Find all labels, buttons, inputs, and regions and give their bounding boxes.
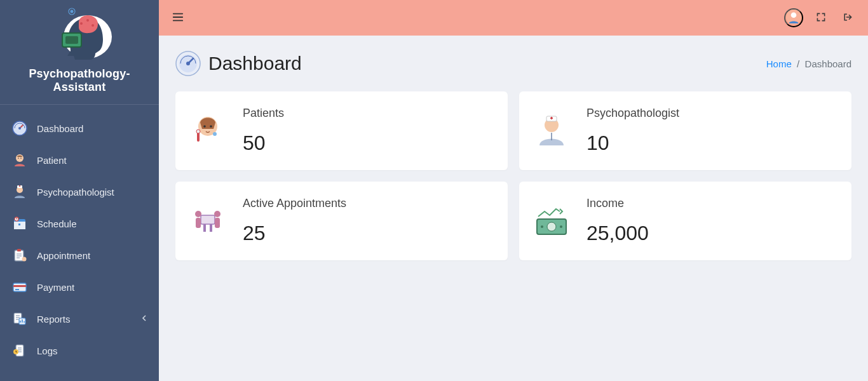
card-body: Psychopathologist 10 bbox=[587, 107, 836, 155]
breadcrumb-separator: / bbox=[794, 58, 805, 69]
calendar-icon bbox=[11, 215, 28, 232]
svg-rect-42 bbox=[201, 215, 215, 224]
svg-rect-48 bbox=[210, 224, 212, 232]
income-card-icon bbox=[534, 204, 569, 238]
card-income: Income 25,000 bbox=[519, 182, 851, 260]
card-title: Patients bbox=[243, 107, 492, 120]
user-avatar-icon bbox=[785, 9, 802, 27]
content: Dashboard Home / Dashboard bbox=[159, 36, 868, 276]
chevron-left-icon bbox=[141, 314, 147, 323]
card-body: Active Appointments 25 bbox=[243, 197, 492, 245]
svg-point-11 bbox=[18, 157, 19, 159]
page-title: Dashboard bbox=[208, 53, 302, 74]
svg-point-7 bbox=[71, 10, 74, 13]
card-body: Income 25,000 bbox=[587, 197, 836, 245]
fullscreen-button[interactable] bbox=[812, 9, 830, 27]
sidebar-item-label: Patient bbox=[37, 155, 147, 166]
sidebar-item-appointment[interactable]: Appointment bbox=[0, 239, 159, 271]
sidebar-item-reports[interactable]: Reports bbox=[0, 303, 159, 335]
card-value: 10 bbox=[587, 131, 836, 155]
svg-point-50 bbox=[547, 222, 556, 231]
svg-point-35 bbox=[203, 125, 206, 128]
app-logo-icon bbox=[38, 6, 121, 64]
card-patients: Patients 50 bbox=[175, 91, 508, 170]
svg-point-9 bbox=[18, 127, 21, 130]
sidebar-item-logs[interactable]: Logs bbox=[0, 335, 159, 366]
sidebar-item-label: Logs bbox=[37, 345, 147, 356]
breadcrumb-current: Dashboard bbox=[805, 58, 851, 69]
svg-point-33 bbox=[186, 62, 190, 65]
app-title: Psychopathology-Assistant bbox=[5, 67, 154, 94]
reports-icon bbox=[11, 311, 28, 327]
svg-point-45 bbox=[214, 211, 220, 217]
card-appointments: Active Appointments 25 bbox=[175, 182, 508, 260]
logout-icon bbox=[843, 12, 853, 24]
doctor-icon bbox=[11, 184, 28, 200]
svg-point-1 bbox=[80, 22, 83, 25]
sidebar-item-psychopathologist[interactable]: Psychopathologist bbox=[0, 176, 159, 208]
sidebar-nav: Dashboard Patient bbox=[0, 105, 159, 366]
sidebar-item-label: Payment bbox=[37, 282, 147, 293]
logs-icon bbox=[11, 342, 28, 359]
sidebar-item-payment[interactable]: Payment bbox=[0, 271, 159, 303]
svg-point-2 bbox=[86, 19, 89, 22]
svg-point-43 bbox=[195, 211, 201, 217]
sidebar-item-schedule[interactable]: Schedule bbox=[0, 208, 159, 239]
card-value: 25 bbox=[243, 222, 492, 245]
main-area: Dashboard Home / Dashboard bbox=[159, 0, 868, 381]
appointment-card-icon bbox=[191, 204, 225, 238]
user-avatar-button[interactable] bbox=[784, 8, 803, 27]
clipboard-icon bbox=[11, 247, 28, 264]
menu-toggle-button[interactable] bbox=[170, 10, 186, 25]
svg-point-38 bbox=[196, 130, 200, 133]
sidebar-item-label: Schedule bbox=[37, 218, 147, 229]
credit-card-icon bbox=[11, 279, 28, 295]
patient-icon bbox=[11, 152, 28, 168]
svg-point-51 bbox=[541, 225, 543, 228]
svg-rect-47 bbox=[203, 224, 206, 232]
doctor-card-icon bbox=[534, 114, 569, 148]
svg-point-52 bbox=[560, 225, 562, 228]
card-value: 25,000 bbox=[587, 222, 836, 245]
svg-rect-24 bbox=[15, 289, 19, 290]
svg-point-39 bbox=[213, 132, 217, 136]
sidebar-item-patient[interactable]: Patient bbox=[0, 144, 159, 176]
svg-point-21 bbox=[22, 257, 27, 262]
hamburger-icon bbox=[172, 11, 184, 25]
expand-icon bbox=[816, 12, 826, 24]
svg-point-3 bbox=[92, 24, 94, 27]
card-title: Active Appointments bbox=[243, 197, 492, 210]
topbar bbox=[159, 0, 868, 36]
breadcrumb: Home / Dashboard bbox=[766, 58, 851, 69]
stats-cards: Patients 50 Psychopathologist 10 bbox=[175, 91, 851, 260]
gauge-icon bbox=[11, 120, 28, 137]
gauge-icon bbox=[175, 51, 201, 76]
svg-point-30 bbox=[791, 12, 797, 18]
card-title: Income bbox=[587, 197, 836, 210]
sidebar-item-label: Dashboard bbox=[37, 123, 147, 134]
card-body: Patients 50 bbox=[243, 107, 492, 155]
logout-button[interactable] bbox=[839, 9, 857, 27]
svg-rect-5 bbox=[65, 36, 78, 44]
page-title-wrap: Dashboard bbox=[175, 51, 302, 76]
sidebar-item-label: Appointment bbox=[37, 250, 147, 261]
svg-rect-23 bbox=[13, 285, 26, 287]
svg-rect-46 bbox=[215, 218, 220, 228]
svg-rect-22 bbox=[13, 283, 26, 291]
svg-point-36 bbox=[210, 125, 212, 128]
card-value: 50 bbox=[243, 131, 492, 155]
breadcrumb-home-link[interactable]: Home bbox=[766, 58, 792, 69]
page-header: Dashboard Home / Dashboard bbox=[175, 51, 851, 76]
patient-card-icon bbox=[191, 114, 225, 148]
sidebar: Psychopathology-Assistant Dashboard bbox=[0, 0, 159, 381]
card-psychopathologist: Psychopathologist 10 bbox=[519, 91, 851, 170]
svg-rect-44 bbox=[196, 218, 201, 228]
card-title: Psychopathologist bbox=[587, 107, 836, 120]
sidebar-item-label: Psychopathologist bbox=[37, 187, 147, 197]
sidebar-item-label: Reports bbox=[37, 314, 132, 324]
sidebar-header: Psychopathology-Assistant bbox=[0, 0, 159, 105]
svg-point-12 bbox=[20, 157, 22, 159]
svg-rect-18 bbox=[18, 224, 20, 225]
svg-rect-20 bbox=[17, 249, 21, 251]
sidebar-item-dashboard[interactable]: Dashboard bbox=[0, 112, 159, 144]
